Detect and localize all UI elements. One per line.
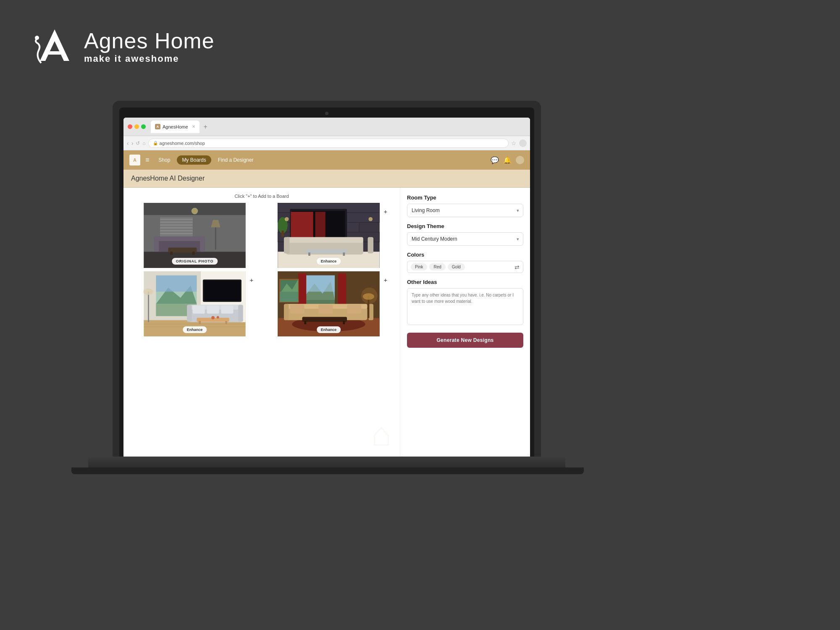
nav-links: Shop My Boards Find a Designer <box>154 155 486 165</box>
svg-rect-13 <box>160 231 193 233</box>
color-tag-gold[interactable]: Gold <box>448 263 465 270</box>
browser-addressbar: ‹ › ↺ ⌂ 🔒 agneshome.com/shop ☆ <box>123 136 530 150</box>
close-dot[interactable] <box>128 124 132 129</box>
bell-icon[interactable]: 🔔 <box>503 156 512 164</box>
room-type-select-wrapper: Living Room Bedroom Kitchen Bathroom Off… <box>407 204 523 217</box>
svg-rect-14 <box>160 234 193 236</box>
color-tag-red[interactable]: Red <box>429 263 445 270</box>
profile-icon <box>519 139 527 147</box>
image-card-3[interactable]: + Enhance <box>129 271 260 336</box>
image-card-4[interactable]: + Enhance <box>263 271 394 336</box>
browser-tab[interactable]: A AgnesHome ✕ <box>151 121 200 133</box>
design-theme-group: Design Theme Mid Century Modern Minimali… <box>407 223 523 246</box>
svg-rect-49 <box>343 252 345 256</box>
enhance-button-4[interactable]: Enhance <box>317 326 341 333</box>
svg-rect-91 <box>284 304 289 320</box>
svg-rect-75 <box>148 291 149 322</box>
svg-point-77 <box>211 316 215 320</box>
bookmark-star-icon: ☆ <box>511 140 517 147</box>
laptop-bezel: A AgnesHome ✕ + ‹ › ↺ ⌂ 🔒 agneshome.com/… <box>119 108 534 468</box>
nav-finddesigner-link[interactable]: Find a Designer <box>214 155 258 165</box>
svg-rect-19 <box>200 236 205 252</box>
tab-close-icon[interactable]: ✕ <box>192 124 195 129</box>
add-button-2[interactable]: + <box>381 206 391 216</box>
svg-rect-18 <box>154 236 159 252</box>
svg-rect-64 <box>204 281 240 300</box>
svg-rect-71 <box>221 305 233 313</box>
enhance-button-2[interactable]: Enhance <box>317 258 341 265</box>
generate-designs-button[interactable]: Generate New Designs <box>407 333 523 348</box>
url-text: agneshome.com/shop <box>160 141 205 146</box>
svg-rect-12 <box>160 228 193 230</box>
svg-rect-68 <box>238 304 243 322</box>
back-button[interactable]: ‹ <box>127 140 129 147</box>
svg-rect-11 <box>160 226 193 227</box>
svg-rect-45 <box>284 237 290 253</box>
image-grid: ORIGINAL PHOTO <box>129 203 394 336</box>
nav-myboards-link[interactable]: My Boards <box>177 155 211 165</box>
svg-rect-22 <box>192 252 195 255</box>
enhance-button-3[interactable]: Enhance <box>183 326 207 333</box>
hamburger-menu-icon[interactable]: ≡ <box>145 156 149 164</box>
colors-label: Colors <box>407 252 523 258</box>
forward-button[interactable]: › <box>131 140 134 147</box>
laptop-frame: A AgnesHome ✕ + ‹ › ↺ ⌂ 🔒 agneshome.com/… <box>113 101 541 468</box>
room-type-group: Room Type Living Room Bedroom Kitchen Ba… <box>407 194 523 217</box>
image-card-1: ORIGINAL PHOTO <box>129 203 260 268</box>
refresh-button[interactable]: ↺ <box>136 140 140 146</box>
nav-actions: 💬 🔔 <box>491 156 524 164</box>
add-button-4[interactable]: + <box>381 275 391 285</box>
address-bar[interactable]: 🔒 agneshome.com/shop <box>148 139 509 148</box>
traffic-lights <box>128 124 146 129</box>
design-theme-select[interactable]: Mid Century Modern Minimalist Bohemian I… <box>407 232 523 246</box>
app-logo: A <box>129 155 140 165</box>
svg-point-25 <box>192 208 198 215</box>
new-tab-button[interactable]: + <box>204 123 207 131</box>
svg-rect-105 <box>280 291 298 302</box>
svg-rect-17 <box>156 236 205 241</box>
browser-window: A AgnesHome ✕ + ‹ › ↺ ⌂ 🔒 agneshome.com/… <box>123 118 530 462</box>
color-tag-pink[interactable]: Pink <box>411 263 427 270</box>
svg-point-101 <box>363 293 374 300</box>
home-button[interactable]: ⌂ <box>142 140 145 146</box>
svg-rect-74 <box>225 321 227 324</box>
chat-icon[interactable]: 💬 <box>491 156 499 164</box>
lock-icon: 🔒 <box>153 141 158 145</box>
svg-point-2 <box>35 36 39 40</box>
brand-text: Agnes Home make it aweshome <box>84 28 215 64</box>
svg-rect-10 <box>160 223 193 224</box>
design-theme-select-wrapper: Mid Century Modern Minimalist Bohemian I… <box>407 232 523 246</box>
svg-rect-95 <box>347 304 361 313</box>
svg-rect-47 <box>306 249 347 253</box>
maximize-dot[interactable] <box>141 124 146 129</box>
nav-shop-link[interactable]: Shop <box>154 155 174 165</box>
room-type-select[interactable]: Living Room Bedroom Kitchen Bathroom Off… <box>407 204 523 217</box>
add-button-3[interactable]: + <box>247 275 257 285</box>
svg-rect-60 <box>144 323 245 325</box>
controls-panel: Room Type Living Room Bedroom Kitchen Ba… <box>400 188 530 462</box>
svg-rect-96 <box>302 317 347 322</box>
brand-name: Agnes Home <box>84 28 215 53</box>
image-panel: ⌂ Click "+" to Add to a Board <box>123 188 400 462</box>
main-body: ⌂ Click "+" to Add to a Board <box>123 188 530 462</box>
svg-rect-39 <box>315 212 326 240</box>
page-header: AgnesHome AI Designer <box>123 170 530 188</box>
svg-marker-0 <box>40 29 69 61</box>
image-card-2[interactable]: + Enhance <box>263 203 394 268</box>
shuffle-colors-icon[interactable]: ⇄ <box>514 264 520 270</box>
svg-rect-21 <box>170 252 173 255</box>
user-avatar[interactable] <box>516 156 524 164</box>
svg-rect-98 <box>343 321 345 324</box>
colors-group: Colors Pink Red Gold ⇄ <box>407 252 523 273</box>
svg-rect-46 <box>368 237 374 253</box>
svg-rect-41 <box>281 231 284 237</box>
other-ideas-textarea[interactable] <box>407 288 523 325</box>
room-type-label: Room Type <box>407 194 523 201</box>
tab-favicon: A <box>155 124 160 129</box>
svg-rect-97 <box>304 321 306 324</box>
design-theme-label: Design Theme <box>407 223 523 229</box>
page-title: AgnesHome AI Designer <box>131 175 205 182</box>
app-content: A ≡ Shop My Boards Find a Designer 💬 🔔 <box>123 150 530 462</box>
svg-rect-86 <box>302 276 335 292</box>
minimize-dot[interactable] <box>134 124 139 129</box>
